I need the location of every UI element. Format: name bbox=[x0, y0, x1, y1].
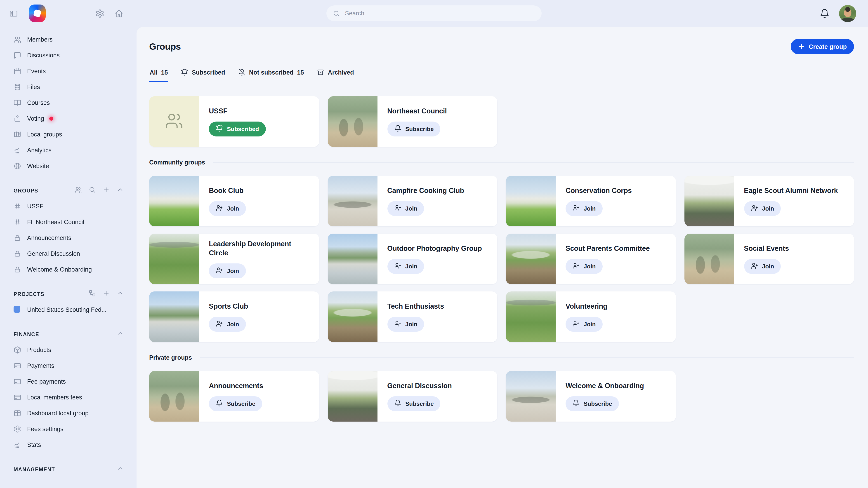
create-group-label: Create group bbox=[809, 43, 847, 50]
group-card-ussf[interactable]: USSFSubscribed bbox=[149, 96, 319, 147]
create-group-button[interactable]: Create group bbox=[791, 39, 854, 54]
tab-count: 15 bbox=[297, 69, 304, 76]
sidebar-item-united-states-scouting-fed[interactable]: United States Scouting Fed... bbox=[0, 302, 136, 318]
plus-button[interactable] bbox=[103, 186, 110, 195]
sidebar-item-ussf[interactable]: USSF bbox=[0, 198, 136, 214]
group-card-northeast-council[interactable]: Northeast CouncilSubscribe bbox=[328, 96, 497, 147]
subscribe-button[interactable]: Subscribe bbox=[387, 396, 440, 411]
search-input[interactable] bbox=[344, 9, 535, 17]
group-thumbnail bbox=[506, 371, 556, 422]
group-card-leadership-development-circle[interactable]: Leadership Development CircleJoin bbox=[149, 234, 319, 284]
user-plus-icon bbox=[394, 204, 401, 213]
group-card-sports-club[interactable]: Sports ClubJoin bbox=[149, 291, 319, 342]
users-button[interactable] bbox=[74, 186, 82, 195]
plus-icon bbox=[798, 43, 805, 50]
sidebar-item-dashboard-local-group[interactable]: Dashboard local group bbox=[0, 405, 136, 421]
group-card-welcome-onboarding[interactable]: Welcome & OnboardingSubscribe bbox=[506, 371, 676, 422]
join-button[interactable]: Join bbox=[209, 317, 246, 332]
bell-icon bbox=[394, 125, 401, 133]
group-title: Scout Parents Committee bbox=[565, 244, 668, 253]
workflow-button[interactable] bbox=[89, 290, 96, 298]
tab-subscribed[interactable]: Subscribed bbox=[181, 66, 225, 82]
section-heading-text: Private groups bbox=[149, 354, 192, 361]
tab-archived[interactable]: Archived bbox=[316, 66, 354, 82]
join-button[interactable]: Join bbox=[387, 201, 424, 216]
notifications-button[interactable] bbox=[819, 8, 830, 18]
group-card-conservation-corps[interactable]: Conservation CorpsJoin bbox=[506, 176, 676, 226]
chevron-up-button[interactable] bbox=[117, 186, 124, 195]
subscribed-button[interactable]: Subscribed bbox=[209, 122, 266, 136]
settings-button[interactable] bbox=[95, 9, 104, 18]
bell-icon bbox=[216, 399, 223, 408]
chevron-up-button[interactable] bbox=[117, 290, 124, 298]
sidebar-item-label: Voting bbox=[27, 115, 44, 122]
sidebar-item-fee-payments[interactable]: Fee payments bbox=[0, 374, 136, 390]
sidebar-item-fl-northeast-council[interactable]: FL Northeast Council bbox=[0, 214, 136, 230]
section-heading-private-groups: Private groups bbox=[149, 353, 854, 362]
sidebar-item-local-groups[interactable]: Local groups bbox=[0, 127, 136, 142]
group-title: Social Events bbox=[744, 244, 846, 253]
sidebar-item-products[interactable]: Products bbox=[0, 342, 136, 358]
subscribe-button[interactable]: Subscribe bbox=[565, 396, 619, 411]
search-button[interactable] bbox=[89, 186, 96, 195]
sidebar-item-payments[interactable]: Payments bbox=[0, 358, 136, 374]
sidebar-item-announcements[interactable]: Announcements bbox=[0, 230, 136, 246]
group-card-announcements[interactable]: AnnouncementsSubscribe bbox=[149, 371, 319, 422]
subscribe-button[interactable]: Subscribe bbox=[387, 122, 440, 136]
sidebar-item-website[interactable]: Website bbox=[0, 158, 136, 174]
sidebar-item-members[interactable]: Members bbox=[0, 32, 136, 47]
sidebar-item-general-discussion[interactable]: General Discussion bbox=[0, 246, 136, 262]
sidebar-item-voting[interactable]: Voting bbox=[0, 111, 136, 127]
sidebar-item-discussions[interactable]: Discussions bbox=[0, 47, 136, 63]
sidebar-toggle-button[interactable] bbox=[9, 9, 18, 18]
group-card-outdoor-photography-group[interactable]: Outdoor Photography GroupJoin bbox=[328, 234, 497, 284]
button-label: Subscribe bbox=[405, 400, 434, 407]
user-avatar[interactable] bbox=[839, 5, 856, 22]
group-card-general-discussion[interactable]: General DiscussionSubscribe bbox=[328, 371, 497, 422]
group-card-book-club[interactable]: Book ClubJoin bbox=[149, 176, 319, 226]
join-button[interactable]: Join bbox=[209, 201, 246, 216]
sidebar-item-courses[interactable]: Courses bbox=[0, 95, 136, 111]
group-card-social-events[interactable]: Social EventsJoin bbox=[684, 234, 854, 284]
sidebar-item-analytics[interactable]: Analytics bbox=[0, 142, 136, 158]
join-button[interactable]: Join bbox=[565, 317, 602, 332]
plus-button[interactable] bbox=[103, 290, 110, 298]
analytics-icon bbox=[13, 147, 21, 154]
chevron-up-button[interactable] bbox=[117, 330, 124, 338]
group-card-tech-enthusiasts[interactable]: Tech EnthusiastsJoin bbox=[328, 291, 497, 342]
group-title: General Discussion bbox=[387, 381, 489, 391]
join-button[interactable]: Join bbox=[565, 201, 602, 216]
join-button[interactable]: Join bbox=[209, 264, 246, 279]
sidebar-item-welcome-onboarding[interactable]: Welcome & Onboarding bbox=[0, 262, 136, 278]
group-card-campfire-cooking-club[interactable]: Campfire Cooking ClubJoin bbox=[328, 176, 497, 226]
tab-all[interactable]: All15 bbox=[149, 66, 168, 82]
topbar-right bbox=[819, 5, 868, 22]
app-logo[interactable] bbox=[29, 4, 46, 22]
group-thumbnail bbox=[149, 371, 199, 422]
sidebar-item-local-members-fees[interactable]: Local members fees bbox=[0, 390, 136, 405]
search-bar[interactable] bbox=[327, 5, 541, 21]
join-button[interactable]: Join bbox=[387, 259, 424, 274]
chevron-up-button[interactable] bbox=[117, 465, 124, 474]
section-divider bbox=[199, 357, 854, 358]
book-open-icon bbox=[13, 99, 21, 107]
join-button[interactable]: Join bbox=[387, 317, 424, 332]
home-button[interactable] bbox=[114, 9, 123, 18]
group-card-eagle-scout-alumni-network[interactable]: Eagle Scout Alumni NetworkJoin bbox=[684, 176, 854, 226]
group-card-scout-parents-committee[interactable]: Scout Parents CommitteeJoin bbox=[506, 234, 676, 284]
group-title: Volunteering bbox=[565, 302, 668, 311]
notification-dot bbox=[49, 117, 53, 121]
sidebar-item-stats[interactable]: Stats bbox=[0, 437, 136, 453]
lock-icon bbox=[13, 234, 21, 242]
join-button[interactable]: Join bbox=[565, 259, 602, 274]
group-card-volunteering[interactable]: VolunteeringJoin bbox=[506, 291, 676, 342]
tab-not-subscribed[interactable]: Not subscribed15 bbox=[238, 66, 305, 82]
group-thumbnail bbox=[328, 176, 377, 226]
sidebar-item-fees-settings[interactable]: Fees settings bbox=[0, 421, 136, 437]
join-button[interactable]: Join bbox=[744, 201, 781, 216]
join-button[interactable]: Join bbox=[744, 259, 781, 274]
tab-label: All bbox=[150, 69, 158, 76]
subscribe-button[interactable]: Subscribe bbox=[209, 396, 262, 411]
sidebar-item-files[interactable]: Files bbox=[0, 79, 136, 95]
sidebar-item-events[interactable]: Events bbox=[0, 63, 136, 79]
